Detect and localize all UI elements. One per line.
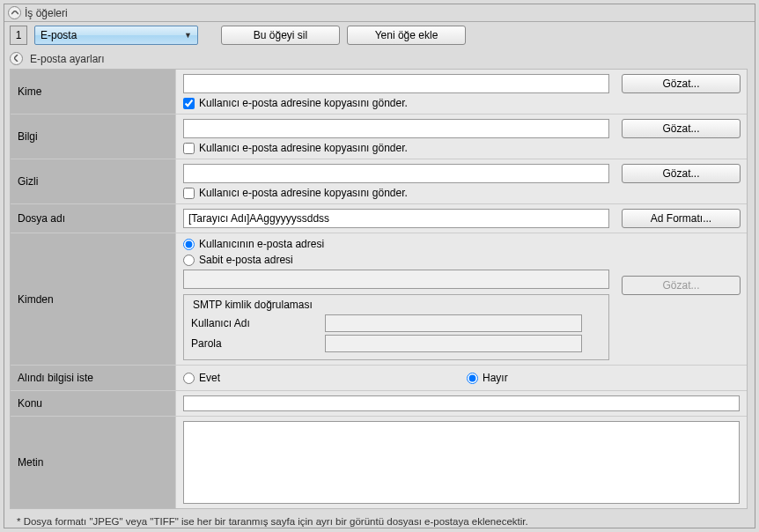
alindi-no-text: Hayır (483, 372, 508, 384)
email-settings-header: E-posta ayarları (10, 50, 748, 67)
gizli-copy-checkbox-label[interactable]: Kullanıcı e-posta adresine kopyasını gön… (183, 187, 609, 199)
work-items-panel: İş öğeleri 1 E-posta ▼ Bu öğeyi sil Yeni… (4, 4, 755, 528)
email-form: Kime Kullanıcı e-posta adresine kopyasın… (10, 69, 748, 509)
kime-copy-checkbox-label[interactable]: Kullanıcı e-posta adresine kopyasını gön… (183, 97, 609, 109)
kimden-fixed-text: Sabit e-posta adresi (199, 254, 293, 266)
row-kime: Kime Kullanıcı e-posta adresine kopyasın… (11, 70, 747, 115)
work-items-title: İş öğeleri (25, 7, 68, 19)
dropdown-value: E-posta (41, 29, 77, 41)
value-kimden: Kullanıcının e-posta adresi Sabit e-post… (176, 233, 616, 365)
smtp-user-row: Kullanıcı Adı (191, 314, 601, 332)
value-gizli: Kullanıcı e-posta adresine kopyasını gön… (176, 159, 616, 203)
kimden-user-text: Kullanıcının e-posta adresi (199, 238, 324, 250)
collapse-work-items-button[interactable] (8, 6, 21, 19)
value-metin (176, 417, 747, 508)
bilgi-browse-col: Gözat... (616, 115, 747, 159)
gizli-browse-button[interactable]: Gözat... (622, 164, 741, 183)
kimden-browse-button: Gözat... (622, 276, 741, 295)
kime-input[interactable] (183, 74, 609, 93)
value-dosya-adi (176, 204, 616, 233)
item-toolbar: 1 E-posta ▼ Bu öğeyi sil Yeni öğe ekle (4, 22, 755, 48)
gizli-browse-col: Gözat... (616, 159, 747, 203)
row-kimden: Kimden Kullanıcının e-posta adresi Sabit… (11, 233, 747, 366)
row-metin: Metin (11, 417, 747, 508)
gizli-copy-checkbox[interactable] (183, 188, 195, 199)
bilgi-copy-checkbox-label[interactable]: Kullanıcı e-posta adresine kopyasını gön… (183, 142, 609, 154)
row-gizli: Gizli Kullanıcı e-posta adresine kopyası… (11, 159, 747, 204)
email-settings-section: E-posta ayarları Kime Kullanıcı e-posta … (10, 50, 748, 532)
label-metin: Metin (11, 417, 176, 508)
smtp-pass-input (325, 335, 582, 352)
value-alindi: Evet Hayır (176, 366, 747, 390)
row-dosya-adi: Dosya adı Ad Formatı... (11, 204, 747, 233)
collapse-email-settings-button[interactable] (10, 52, 23, 65)
delete-item-button[interactable]: Bu öğeyi sil (221, 26, 340, 45)
value-konu (176, 391, 747, 416)
dosya-adi-input[interactable] (183, 209, 609, 228)
kimden-user-radio-label[interactable]: Kullanıcının e-posta adresi (183, 238, 609, 250)
alindi-yes-radio[interactable] (183, 373, 195, 384)
ad-formati-button[interactable]: Ad Formatı... (622, 209, 741, 228)
chevron-left-icon (14, 55, 18, 63)
row-bilgi: Bilgi Kullanıcı e-posta adresine kopyası… (11, 115, 747, 159)
kime-browse-col: Gözat... (616, 70, 747, 114)
smtp-pass-row: Parola (191, 335, 601, 352)
kime-copy-text: Kullanıcı e-posta adresine kopyasını gön… (199, 97, 408, 109)
alindi-yes-text: Evet (199, 372, 220, 384)
metin-textarea[interactable] (183, 421, 740, 504)
alindi-yes-radio-label[interactable]: Evet (183, 372, 220, 384)
value-kime: Kullanıcı e-posta adresine kopyasını gön… (176, 70, 616, 114)
label-gizli: Gizli (11, 159, 176, 203)
footnote-text: * Dosya formatı "JPEG" veya "TIFF" ise h… (10, 511, 748, 532)
gizli-input[interactable] (183, 164, 609, 183)
chevron-up-icon (11, 9, 18, 17)
bilgi-browse-button[interactable]: Gözat... (622, 119, 741, 138)
row-konu: Konu (11, 391, 747, 417)
alindi-no-radio[interactable] (467, 373, 478, 384)
label-kime: Kime (11, 70, 176, 114)
label-kimden: Kimden (11, 233, 176, 365)
add-item-button[interactable]: Yeni öğe ekle (347, 26, 466, 45)
kimden-fixed-radio-label[interactable]: Sabit e-posta adresi (183, 254, 609, 266)
gizli-copy-text: Kullanıcı e-posta adresine kopyasını gön… (199, 187, 408, 199)
kime-copy-checkbox[interactable] (183, 98, 195, 109)
value-bilgi: Kullanıcı e-posta adresine kopyasını gön… (176, 115, 616, 159)
kimden-fixed-radio[interactable] (183, 255, 195, 266)
row-alindi: Alındı bilgisi iste Evet Hayır (11, 366, 747, 391)
smtp-pass-label: Parola (191, 337, 323, 350)
alindi-no-radio-label[interactable]: Hayır (467, 372, 508, 384)
item-type-dropdown[interactable]: E-posta ▼ (34, 26, 198, 45)
dosya-adi-btn-col: Ad Formatı... (616, 204, 747, 233)
work-items-header: İş öğeleri (4, 4, 755, 22)
smtp-user-label: Kullanıcı Adı (191, 317, 323, 329)
konu-input[interactable] (183, 395, 740, 411)
label-bilgi: Bilgi (11, 115, 176, 159)
kimden-input (183, 270, 609, 289)
chevron-down-icon: ▼ (184, 31, 192, 40)
kime-browse-button[interactable]: Gözat... (622, 74, 741, 93)
label-dosya-adi: Dosya adı (11, 204, 176, 233)
label-konu: Konu (11, 391, 176, 416)
kimden-user-radio[interactable] (183, 239, 195, 250)
smtp-title: SMTP kimlik doğrulaması (191, 299, 601, 311)
item-number-cell: 1 (10, 26, 27, 45)
bilgi-copy-text: Kullanıcı e-posta adresine kopyasını gön… (199, 142, 408, 154)
label-alindi: Alındı bilgisi iste (11, 366, 176, 390)
bilgi-copy-checkbox[interactable] (183, 143, 195, 154)
kimden-browse-col: Gözat... (616, 233, 747, 365)
email-settings-title: E-posta ayarları (30, 53, 105, 65)
smtp-user-input (325, 314, 582, 332)
bilgi-input[interactable] (183, 119, 609, 138)
smtp-fieldset: SMTP kimlik doğrulaması Kullanıcı Adı Pa… (183, 294, 609, 360)
